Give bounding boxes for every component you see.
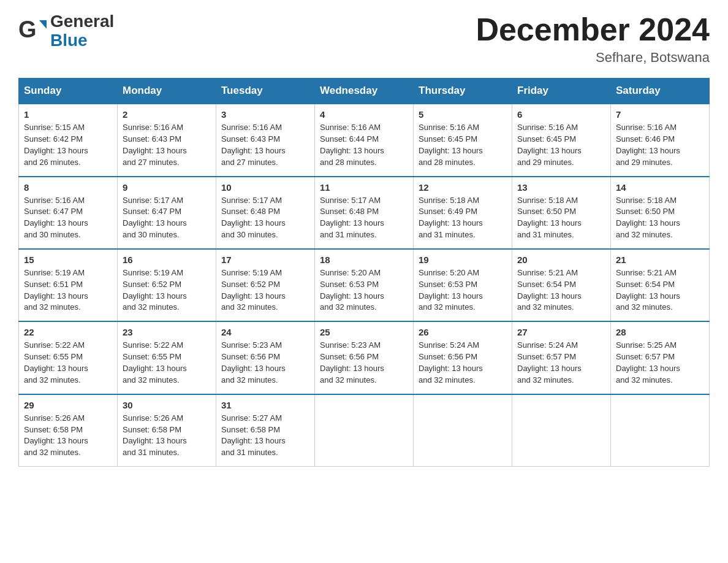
calendar-week-2: 8Sunrise: 5:16 AMSunset: 6:47 PMDaylight…: [19, 177, 710, 249]
col-monday: Monday: [118, 79, 216, 104]
day-number: 16: [123, 255, 211, 265]
table-row: 11Sunrise: 5:17 AMSunset: 6:48 PMDayligh…: [315, 177, 414, 249]
day-number: 6: [517, 109, 605, 120]
day-info: Sunrise: 5:26 AMSunset: 6:58 PMDaylight:…: [24, 413, 112, 459]
calendar-week-1: 1Sunrise: 5:15 AMSunset: 6:42 PMDaylight…: [19, 104, 710, 176]
table-row: 16Sunrise: 5:19 AMSunset: 6:52 PMDayligh…: [118, 249, 216, 321]
table-row: 19Sunrise: 5:20 AMSunset: 6:53 PMDayligh…: [414, 249, 512, 321]
table-row: 18Sunrise: 5:20 AMSunset: 6:53 PMDayligh…: [315, 249, 414, 321]
table-row: 12Sunrise: 5:18 AMSunset: 6:49 PMDayligh…: [414, 177, 512, 249]
day-number: 17: [221, 255, 309, 265]
table-row: 14Sunrise: 5:18 AMSunset: 6:50 PMDayligh…: [611, 177, 710, 249]
day-number: 5: [419, 109, 507, 120]
day-info: Sunrise: 5:16 AMSunset: 6:44 PMDaylight:…: [320, 122, 408, 168]
day-number: 14: [616, 182, 704, 193]
table-row: 2Sunrise: 5:16 AMSunset: 6:43 PMDaylight…: [118, 104, 216, 176]
table-row: 17Sunrise: 5:19 AMSunset: 6:52 PMDayligh…: [216, 249, 315, 321]
calendar-header-row: Sunday Monday Tuesday Wednesday Thursday…: [19, 79, 710, 104]
calendar-week-4: 22Sunrise: 5:22 AMSunset: 6:55 PMDayligh…: [19, 321, 710, 394]
day-info: Sunrise: 5:16 AMSunset: 6:45 PMDaylight:…: [419, 122, 507, 168]
logo-general-text: General: [50, 12, 114, 31]
day-info: Sunrise: 5:21 AMSunset: 6:54 PMDaylight:…: [616, 267, 704, 313]
day-info: Sunrise: 5:17 AMSunset: 6:48 PMDaylight:…: [320, 195, 408, 241]
page-header: G General Blue December 2024 Sefhare, Bo…: [18, 12, 710, 66]
day-number: 3: [221, 109, 309, 120]
day-number: 18: [320, 255, 408, 265]
table-row: 27Sunrise: 5:24 AMSunset: 6:57 PMDayligh…: [512, 321, 611, 394]
day-info: Sunrise: 5:22 AMSunset: 6:55 PMDaylight:…: [24, 340, 112, 386]
day-number: 11: [320, 182, 408, 193]
day-info: Sunrise: 5:19 AMSunset: 6:52 PMDaylight:…: [123, 267, 211, 313]
day-number: 31: [221, 400, 309, 410]
table-row: [512, 394, 611, 467]
table-row: [315, 394, 414, 467]
col-wednesday: Wednesday: [315, 79, 414, 104]
day-info: Sunrise: 5:26 AMSunset: 6:58 PMDaylight:…: [123, 413, 211, 459]
day-number: 19: [419, 255, 507, 265]
day-info: Sunrise: 5:16 AMSunset: 6:43 PMDaylight:…: [123, 122, 211, 168]
table-row: 9Sunrise: 5:17 AMSunset: 6:47 PMDaylight…: [118, 177, 216, 249]
calendar-table: Sunday Monday Tuesday Wednesday Thursday…: [18, 78, 710, 467]
table-row: 13Sunrise: 5:18 AMSunset: 6:50 PMDayligh…: [512, 177, 611, 249]
table-row: 20Sunrise: 5:21 AMSunset: 6:54 PMDayligh…: [512, 249, 611, 321]
day-info: Sunrise: 5:27 AMSunset: 6:58 PMDaylight:…: [221, 413, 309, 459]
table-row: 7Sunrise: 5:16 AMSunset: 6:46 PMDaylight…: [611, 104, 710, 176]
day-number: 29: [24, 400, 112, 410]
day-number: 12: [419, 182, 507, 193]
table-row: 21Sunrise: 5:21 AMSunset: 6:54 PMDayligh…: [611, 249, 710, 321]
day-info: Sunrise: 5:16 AMSunset: 6:46 PMDaylight:…: [616, 122, 704, 168]
day-number: 8: [24, 182, 112, 193]
table-row: 1Sunrise: 5:15 AMSunset: 6:42 PMDaylight…: [19, 104, 118, 176]
table-row: 30Sunrise: 5:26 AMSunset: 6:58 PMDayligh…: [118, 394, 216, 467]
table-row: 15Sunrise: 5:19 AMSunset: 6:51 PMDayligh…: [19, 249, 118, 321]
day-number: 24: [221, 327, 309, 337]
day-number: 30: [123, 400, 211, 410]
table-row: 22Sunrise: 5:22 AMSunset: 6:55 PMDayligh…: [19, 321, 118, 394]
day-number: 9: [123, 182, 211, 193]
day-number: 21: [616, 255, 704, 265]
table-row: 8Sunrise: 5:16 AMSunset: 6:47 PMDaylight…: [19, 177, 118, 249]
table-row: 5Sunrise: 5:16 AMSunset: 6:45 PMDaylight…: [414, 104, 512, 176]
day-info: Sunrise: 5:25 AMSunset: 6:57 PMDaylight:…: [616, 340, 704, 386]
table-row: 3Sunrise: 5:16 AMSunset: 6:43 PMDaylight…: [216, 104, 315, 176]
day-number: 20: [517, 255, 605, 265]
day-info: Sunrise: 5:18 AMSunset: 6:50 PMDaylight:…: [616, 195, 704, 241]
day-info: Sunrise: 5:16 AMSunset: 6:47 PMDaylight:…: [24, 195, 112, 241]
day-info: Sunrise: 5:19 AMSunset: 6:51 PMDaylight:…: [24, 267, 112, 313]
logo: G General Blue: [18, 12, 114, 50]
day-info: Sunrise: 5:19 AMSunset: 6:52 PMDaylight:…: [221, 267, 309, 313]
table-row: 4Sunrise: 5:16 AMSunset: 6:44 PMDaylight…: [315, 104, 414, 176]
day-number: 1: [24, 109, 112, 120]
table-row: 23Sunrise: 5:22 AMSunset: 6:55 PMDayligh…: [118, 321, 216, 394]
day-info: Sunrise: 5:16 AMSunset: 6:43 PMDaylight:…: [221, 122, 309, 168]
day-number: 26: [419, 327, 507, 337]
day-info: Sunrise: 5:16 AMSunset: 6:45 PMDaylight:…: [517, 122, 605, 168]
title-area: December 2024 Sefhare, Botswana: [476, 12, 710, 66]
calendar-week-3: 15Sunrise: 5:19 AMSunset: 6:51 PMDayligh…: [19, 249, 710, 321]
calendar-week-5: 29Sunrise: 5:26 AMSunset: 6:58 PMDayligh…: [19, 394, 710, 467]
day-info: Sunrise: 5:18 AMSunset: 6:50 PMDaylight:…: [517, 195, 605, 241]
svg-marker-1: [39, 20, 47, 29]
table-row: 29Sunrise: 5:26 AMSunset: 6:58 PMDayligh…: [19, 394, 118, 467]
svg-text:G: G: [18, 17, 37, 42]
day-info: Sunrise: 5:20 AMSunset: 6:53 PMDaylight:…: [419, 267, 507, 313]
day-number: 4: [320, 109, 408, 120]
day-number: 13: [517, 182, 605, 193]
day-info: Sunrise: 5:18 AMSunset: 6:49 PMDaylight:…: [419, 195, 507, 241]
logo-icon: G: [18, 15, 48, 47]
col-saturday: Saturday: [611, 79, 710, 104]
table-row: 28Sunrise: 5:25 AMSunset: 6:57 PMDayligh…: [611, 321, 710, 394]
day-info: Sunrise: 5:17 AMSunset: 6:48 PMDaylight:…: [221, 195, 309, 241]
day-number: 7: [616, 109, 704, 120]
table-row: 25Sunrise: 5:23 AMSunset: 6:56 PMDayligh…: [315, 321, 414, 394]
day-number: 25: [320, 327, 408, 337]
day-number: 28: [616, 327, 704, 337]
day-info: Sunrise: 5:24 AMSunset: 6:57 PMDaylight:…: [517, 340, 605, 386]
col-tuesday: Tuesday: [216, 79, 315, 104]
table-row: [414, 394, 512, 467]
table-row: 6Sunrise: 5:16 AMSunset: 6:45 PMDaylight…: [512, 104, 611, 176]
col-friday: Friday: [512, 79, 611, 104]
day-info: Sunrise: 5:23 AMSunset: 6:56 PMDaylight:…: [221, 340, 309, 386]
table-row: 10Sunrise: 5:17 AMSunset: 6:48 PMDayligh…: [216, 177, 315, 249]
day-info: Sunrise: 5:24 AMSunset: 6:56 PMDaylight:…: [419, 340, 507, 386]
